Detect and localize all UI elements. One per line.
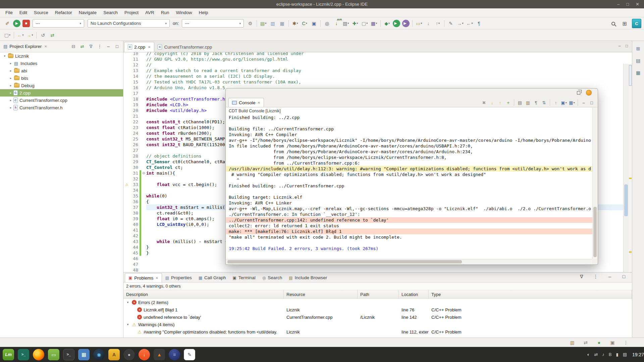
import-icon[interactable]: ↓: [424, 19, 433, 28]
menu-window[interactable]: Window: [172, 8, 195, 17]
tray-redshift-icon[interactable]: ◐: [587, 352, 590, 357]
console-display-icon[interactable]: ▣: [310, 19, 318, 28]
status-heap-icon[interactable]: ▥: [568, 338, 577, 347]
chevron-right-icon[interactable]: ▸: [8, 62, 13, 65]
terminate-button[interactable]: ■: [22, 20, 30, 27]
text-editor-icon[interactable]: ✎: [184, 349, 195, 360]
launch-config-settings-icon[interactable]: ⚙: [246, 19, 255, 28]
column-header-description[interactable]: Description: [123, 290, 284, 298]
new-project-wizard-icon[interactable]: ▩▾: [370, 19, 378, 28]
editor-scrollbar-thumb[interactable]: [624, 184, 628, 216]
launch-configuration-combo[interactable]: No Launch Configurations▾: [88, 19, 170, 27]
minimize-view-icon[interactable]: –: [105, 43, 112, 50]
chevron-right-icon[interactable]: ▸: [8, 84, 13, 87]
menu-avr[interactable]: AVR: [142, 8, 158, 17]
console-hscrollbar[interactable]: [226, 259, 592, 264]
mark-occurrences-icon[interactable]: ✎: [446, 19, 455, 28]
outline-view-icon[interactable]: ▤: [634, 56, 643, 65]
view-menu-icon[interactable]: ⋮: [591, 272, 600, 281]
problems-row[interactable]: ✕undefined reference to `delay'CurrentTr…: [123, 313, 632, 321]
chevron-right-icon[interactable]: ▸: [8, 99, 13, 102]
column-header-path[interactable]: Path: [358, 290, 399, 298]
tray-bluetooth-icon[interactable]: B: [609, 352, 612, 357]
tree-item-2-cpp[interactable]: ▸C2.cpp: [0, 89, 123, 97]
tab-problems[interactable]: ▣Problems✕: [125, 273, 162, 282]
debug-combo[interactable]: ---▾: [33, 19, 84, 27]
menu-edit[interactable]: Edit: [16, 8, 31, 17]
update-manager-icon[interactable]: ↓: [139, 349, 150, 360]
resume-button[interactable]: ▶: [13, 20, 20, 27]
console-content[interactable]: CDT Build Console [Licznik] Finished bui…: [226, 108, 597, 259]
editor-tab-2-cpp[interactable]: C2.cpp✕: [124, 42, 154, 52]
eclipse-icon[interactable]: ≡: [169, 349, 180, 360]
warning-marker[interactable]: [629, 178, 632, 179]
terminal-dark-icon[interactable]: >_: [63, 349, 74, 360]
tab-call-graph[interactable]: ▦Call Graph: [195, 273, 229, 282]
console-window[interactable]: Console ✕ ✖↓↑+▤▥¶⇅↑▣▾▦▾–□ CDT Build Cons…: [225, 88, 598, 265]
filter-icon[interactable]: ∇: [577, 272, 586, 281]
avr-upload-icon[interactable]: ↓AVR: [332, 19, 341, 28]
maximize-view-icon[interactable]: □: [113, 43, 121, 50]
status-notifications-icon[interactable]: ▣: [608, 338, 617, 347]
minimize-view-icon[interactable]: –: [580, 99, 587, 106]
menu-refactor[interactable]: Refactor: [52, 8, 75, 17]
show-stderr-icon[interactable]: ▥: [524, 99, 532, 106]
export-icon[interactable]: ↑▾: [433, 19, 442, 28]
new-file-wizard-icon[interactable]: ▢▾: [360, 19, 369, 28]
restore-window-icon[interactable]: [577, 91, 580, 95]
console-window-titlebar[interactable]: [226, 88, 598, 97]
mint-menu-button[interactable]: Lm: [3, 349, 14, 360]
link-editor-icon[interactable]: ⇄: [78, 43, 86, 50]
scroll-lock-icon[interactable]: ⇅: [540, 99, 548, 106]
search-icon[interactable]: [611, 22, 615, 25]
menu-source[interactable]: Source: [31, 8, 52, 17]
debug-icon[interactable]: ◆▾: [383, 19, 391, 28]
close-window-icon[interactable]: [586, 90, 592, 96]
column-header-type[interactable]: Type: [429, 290, 632, 298]
display-selected-console-icon[interactable]: ▣▾: [560, 99, 568, 106]
tab-properties[interactable]: ▤Properties: [162, 273, 195, 282]
tray-volume-icon[interactable]: ♪: [602, 352, 604, 357]
firefox-icon[interactable]: [33, 349, 44, 360]
terminal-green-icon[interactable]: >_: [18, 349, 29, 360]
console-vscrollbar[interactable]: [592, 108, 597, 259]
run-icon[interactable]: ▶▾: [393, 20, 400, 27]
close-view-icon[interactable]: ✕: [44, 45, 47, 48]
files-icon[interactable]: ▭: [48, 349, 59, 360]
chevron-down-icon[interactable]: ▾: [2, 54, 7, 58]
last-edit-location-icon[interactable]: ↺: [39, 31, 47, 40]
tab-project-explorer[interactable]: ▤ Project Explorer ✕: [2, 42, 49, 51]
chevron-right-icon[interactable]: ▸: [8, 106, 13, 109]
new-wizard-icon[interactable]: ▤▾: [259, 19, 268, 28]
burner-icon[interactable]: ▲: [154, 349, 165, 360]
status-menu-icon[interactable]: ⋮: [622, 338, 630, 347]
minimize-view-icon[interactable]: –: [619, 44, 621, 48]
status-sync-icon[interactable]: ⇄: [581, 338, 590, 347]
editor-scrollbar[interactable]: [623, 64, 629, 272]
tree-item-currenttransformer-h[interactable]: ▸hCurrentTransformer.h: [0, 104, 123, 111]
target-combo[interactable]: ---▾: [182, 19, 244, 27]
external-tools-icon[interactable]: ✐: [3, 19, 12, 28]
screenshot-icon[interactable]: ▧▾: [341, 19, 350, 28]
chevron-right-icon[interactable]: ▸: [8, 69, 13, 72]
open-perspective-icon[interactable]: ⊞: [620, 19, 629, 28]
console-vscrollbar-thumb[interactable]: [593, 207, 597, 257]
editor-tab-currenttransformer-cpp[interactable]: CCurrentTransformer.cpp: [154, 42, 215, 52]
problems-row[interactable]: ▾⚠Warnings (4 items): [123, 321, 632, 328]
fold-minus-icon[interactable]: ⊖: [141, 170, 146, 176]
filter-icon[interactable]: ∇: [87, 43, 95, 50]
tab-include-browser[interactable]: ▤Include Browser: [285, 273, 330, 282]
tray-battery-icon[interactable]: ▮: [616, 352, 619, 357]
menu-run[interactable]: Run: [158, 8, 173, 17]
word-wrap-icon[interactable]: ¶: [532, 99, 540, 106]
column-header-location[interactable]: Location: [399, 290, 429, 298]
open-console-icon[interactable]: ▦▾: [568, 99, 576, 106]
problems-row[interactable]: ▾✕Errors (2 items): [123, 299, 632, 306]
tab-console[interactable]: Console ✕: [228, 98, 264, 107]
save-icon[interactable]: ▥: [268, 19, 277, 28]
pin-console-icon[interactable]: +: [504, 99, 512, 106]
close-window-icon[interactable]: ✕: [636, 2, 639, 7]
tab-terminal[interactable]: ▣Terminal: [229, 273, 259, 282]
next-annotation-icon[interactable]: →▾: [456, 19, 465, 28]
chevron-right-icon[interactable]: ▸: [8, 91, 13, 95]
